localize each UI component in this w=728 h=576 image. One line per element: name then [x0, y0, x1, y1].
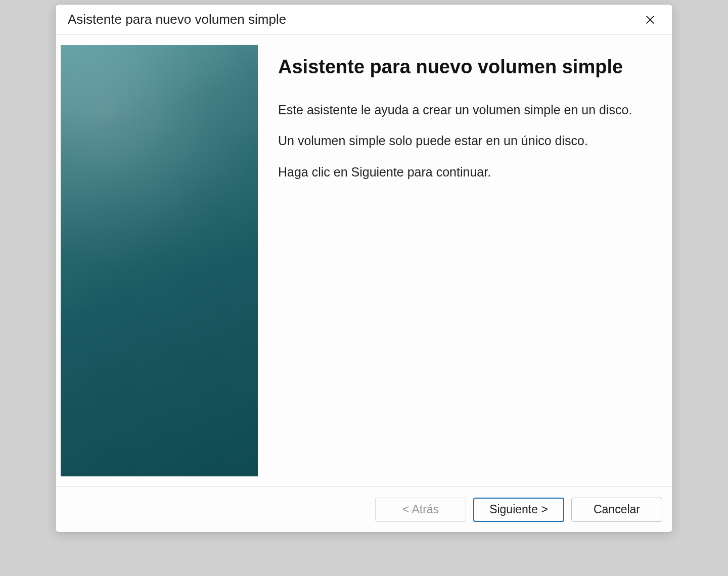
wizard-paragraph-2: Un volumen simple solo puede estar en un… — [278, 132, 644, 150]
wizard-content: Asistente para nuevo volumen simple Este… — [258, 35, 672, 486]
wizard-heading: Asistente para nuevo volumen simple — [278, 55, 644, 79]
titlebar: Asistente para nuevo volumen simple — [56, 5, 672, 35]
close-button[interactable] — [640, 10, 660, 30]
wizard-sidebar-graphic — [61, 45, 258, 476]
close-icon — [645, 15, 655, 25]
wizard-paragraph-3: Haga clic en Siguiente para continuar. — [278, 164, 644, 181]
wizard-footer: < Atrás Siguiente > Cancelar — [56, 486, 672, 532]
next-button[interactable]: Siguiente > — [473, 498, 564, 522]
wizard-window: Asistente para nuevo volumen simple Asis… — [55, 4, 673, 533]
window-title: Asistente para nuevo volumen simple — [68, 12, 640, 27]
wizard-paragraph-1: Este asistente le ayuda a crear un volum… — [278, 102, 644, 119]
wizard-body: Asistente para nuevo volumen simple Este… — [56, 35, 672, 486]
cancel-button[interactable]: Cancelar — [571, 498, 662, 522]
back-button: < Atrás — [375, 498, 466, 522]
